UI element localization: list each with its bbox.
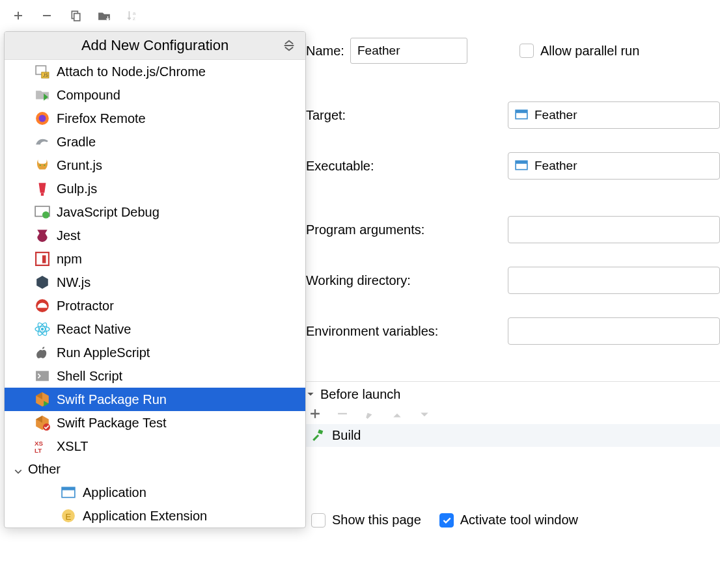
left-panel: Add New Configuration JS Attach to Node.… [0,31,306,588]
svg-point-17 [41,328,44,330]
react-icon [35,321,50,337]
gulp-icon [35,181,50,196]
apple-icon [35,345,50,360]
svg-point-9 [40,165,41,166]
remove-icon[interactable] [40,9,53,22]
svg-rect-26 [62,487,75,490]
config-item-label: Swift Package Run [57,392,167,407]
config-item-label: Protractor [57,299,114,314]
bl-edit-icon[interactable] [365,408,376,420]
config-item-label: Gulp.js [57,181,97,196]
config-item-firefox-remote[interactable]: Firefox Remote [5,107,305,130]
npm-icon [35,251,50,267]
add-icon[interactable] [12,9,25,22]
svg-rect-1 [74,14,80,21]
config-item-gradle[interactable]: Gradle [5,130,305,154]
bl-down-icon[interactable] [419,408,431,420]
program-args-input[interactable] [508,216,720,243]
allow-parallel-checkbox[interactable] [519,44,534,58]
svg-text:z: z [133,16,135,21]
copy-icon[interactable] [69,9,82,22]
config-item-js-debug[interactable]: JavaScript Debug [5,200,305,224]
config-item-label: Attach to Node.js/Chrome [57,64,206,79]
svg-text:E: E [66,512,72,522]
executable-select[interactable]: Feather [508,152,720,180]
config-item-jest[interactable]: Jest [5,224,305,247]
jest-icon [35,228,50,243]
target-value: Feather [534,108,577,122]
config-item-application-extension[interactable]: E Application Extension [5,504,305,528]
add-configuration-popup: Add New Configuration JS Attach to Node.… [4,31,306,528]
shell-icon [35,368,50,384]
config-item-react-native[interactable]: React Native [5,317,305,341]
bl-up-icon[interactable] [392,408,404,420]
popup-title: Add New Configuration [81,37,228,54]
config-item-protractor[interactable]: Protractor [5,294,305,317]
sort-az-icon[interactable]: az [126,9,139,22]
before-launch-header: Before launch [320,387,400,402]
config-item-label: Jest [57,228,81,243]
extension-icon: E [61,508,76,524]
svg-text:XS: XS [35,440,44,447]
executable-label: Executable: [306,159,508,174]
protractor-icon [35,298,50,314]
config-item-attach-nodejs-chrome[interactable]: JS Attach to Node.js/Chrome [5,60,305,83]
swift-package-test-icon [35,415,50,431]
window-icon [515,109,528,122]
group-label: Other [28,462,61,477]
bl-add-icon[interactable] [310,408,322,420]
config-item-label: XSLT [57,439,89,454]
target-label: Target: [306,108,508,123]
name-input[interactable] [350,38,467,64]
folder-save-icon[interactable] [98,9,111,22]
hammer-icon [311,429,325,443]
show-page-checkbox[interactable] [311,513,325,528]
config-item-label: JavaScript Debug [57,205,159,220]
config-item-xslt[interactable]: XSLT XSLT [5,434,305,458]
activate-tool-checkbox[interactable] [439,513,454,528]
chevron-down-icon[interactable] [306,387,315,402]
config-item-swift-package-test[interactable]: Swift Package Test [5,411,305,434]
svg-rect-33 [318,429,323,434]
config-item-gulp[interactable]: Gulp.js [5,177,305,200]
svg-rect-21 [36,371,49,381]
config-item-label: Swift Package Test [57,416,167,431]
collapse-all-icon[interactable] [282,38,296,53]
config-item-grunt[interactable]: Grunt.js [5,154,305,177]
target-select[interactable]: Feather [508,101,720,129]
left-toolbar: az [0,0,720,31]
config-item-applescript[interactable]: Run AppleScript [5,341,305,364]
config-item-label: Shell Script [57,369,122,384]
svg-point-10 [44,165,45,166]
chevron-down-icon [14,464,24,475]
config-item-label: Grunt.js [57,158,102,173]
config-item-label: Compound [57,88,120,103]
bl-remove-icon[interactable] [337,408,349,420]
config-item-nwjs[interactable]: NW.js [5,271,305,294]
config-item-swift-package-run[interactable]: Swift Package Run [5,388,305,411]
config-item-npm[interactable]: npm [5,247,305,271]
config-item-application[interactable]: Application [5,481,305,504]
config-item-label: npm [57,252,82,267]
before-launch-item-build[interactable]: Build [306,424,720,447]
env-vars-input[interactable] [508,317,720,345]
config-item-label: Firefox Remote [57,111,146,126]
before-launch-section: Before launch Build Show this page Activ [306,381,720,534]
svg-rect-30 [516,110,527,113]
config-item-shell-script[interactable]: Shell Script [5,364,305,388]
svg-text:JS: JS [43,73,48,77]
working-dir-label: Working directory: [306,273,508,288]
activate-tool-label: Activate tool window [460,513,578,528]
allow-parallel-label: Allow parallel run [540,44,639,59]
svg-point-13 [42,211,49,219]
working-dir-input[interactable] [508,267,720,294]
group-other[interactable]: Other [5,458,305,481]
name-label: Name: [306,44,350,59]
xslt-icon: XSLT [35,438,50,454]
js-debug-icon [35,204,50,220]
firefox-icon [35,111,50,126]
svg-text:LT: LT [35,447,42,453]
config-item-compound[interactable]: Compound [5,83,305,107]
grunt-icon [35,157,50,173]
svg-rect-11 [41,193,44,196]
